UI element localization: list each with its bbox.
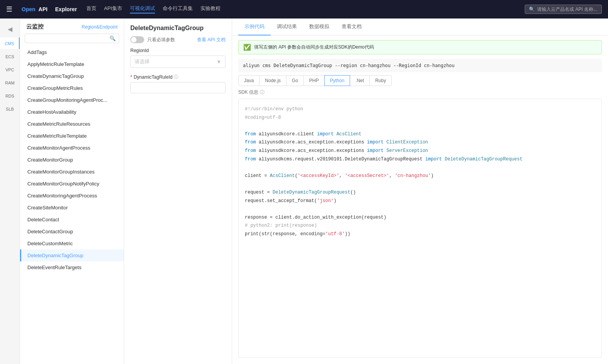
search-icon: 🔍	[529, 7, 535, 12]
code-line-3	[245, 122, 595, 130]
logo: OpenAPI Explorer	[22, 6, 77, 12]
sidebar-item-deletecontactgroup[interactable]: DeleteContactGroup	[20, 226, 124, 238]
tab-debug-result[interactable]: 调试结果	[271, 19, 303, 35]
sidebar-item-createhost[interactable]: CreateHostAvailability	[20, 106, 124, 118]
sidebar-item-addtags[interactable]: AddTags	[20, 46, 124, 58]
center-panel: DeleteDynamicTagGroup 只看必填参数 查看 API 文档 R…	[124, 19, 232, 364]
code-line-2: #coding=utf-8	[245, 114, 595, 122]
regionid-select[interactable]: 请选择 ▼	[130, 56, 226, 68]
logo-open: Open	[22, 6, 35, 12]
sidebar-item-createmonitorgroupnotify[interactable]: CreateMonitorGroupNotifyPolicy	[20, 178, 124, 190]
dynamictagruleid-label: * DynamicTagRuleId ⓘ	[130, 74, 226, 80]
toggle-row: 只看必填参数 查看 API 文档	[130, 36, 226, 43]
sidebar-icon-vpc[interactable]: VPC	[0, 64, 20, 75]
code-line-1: #!/usr/bin/env python	[245, 105, 595, 114]
sdk-info-row: SDK 信息 ⓘ	[232, 88, 608, 99]
sidebar-item-deletecustom[interactable]: DeleteCustomMetric	[20, 238, 124, 249]
sidebar-icon-strip: ◀ CMS ECS VPC RAM RDS SLB	[0, 19, 20, 364]
nav-search-box[interactable]: 🔍	[525, 5, 602, 14]
sidebar-header: 云监控 Region&Endpoint	[20, 19, 124, 34]
code-line-15: # python2: print(response)	[245, 222, 595, 230]
logo-api: API	[39, 6, 47, 12]
code-line-4: from aliyunsdkcore.client import AcsClie…	[245, 130, 595, 139]
ram-label: RAM	[5, 81, 14, 85]
main-layout: ◀ CMS ECS VPC RAM RDS SLB 云监控 Region&End…	[0, 19, 608, 364]
nav-visual-debug[interactable]: 可视化调试	[130, 5, 155, 13]
sidebar-item-createsite[interactable]: CreateSiteMonitor	[20, 202, 124, 214]
sidebar-icon-ram[interactable]: RAM	[0, 77, 20, 88]
regionid-label: RegionId	[130, 48, 226, 53]
field-dynamictagruleid: * DynamicTagRuleId ⓘ	[130, 74, 226, 93]
code-line-8	[245, 163, 595, 172]
lang-tab-go[interactable]: Go	[286, 75, 304, 86]
chevron-left-icon: ◀	[8, 25, 12, 33]
code-line-9: client = AcsClient('<accessKeyId>', '<ac…	[245, 172, 595, 180]
sidebar-item-createmonitorgroupinst[interactable]: CreateMonitorGroupInstances	[20, 166, 124, 178]
code-block: #!/usr/bin/env python #coding=utf-8 from…	[238, 99, 602, 358]
nav-home[interactable]: 首页	[86, 5, 96, 13]
regionid-placeholder: 请选择	[135, 58, 150, 65]
field-regionid: RegionId 请选择 ▼	[130, 48, 226, 68]
sidebar-item-creategroupmon[interactable]: CreateGroupMonitoringAgentProc...	[20, 94, 124, 106]
api-title: DeleteDynamicTagGroup	[130, 25, 226, 32]
sidebar-title: 云监控	[26, 23, 44, 30]
code-line-12: request.set_accept_format('json')	[245, 197, 595, 206]
sidebar-search-input[interactable]	[28, 36, 109, 41]
sidebar-search-box[interactable]: 🔍	[25, 34, 119, 43]
sidebar-list: AddTags ApplyMetricRuleTemplate CreateDy…	[20, 46, 124, 364]
sidebar-item-creategroup[interactable]: CreateGroupMetricRules	[20, 82, 124, 94]
command-text: aliyun cms DeleteDynamicTagGroup --regio…	[243, 63, 455, 68]
sidebar-item-applymetric[interactable]: ApplyMetricRuleTemplate	[20, 58, 124, 70]
sdk-info-label: SDK 信息	[238, 89, 258, 96]
sidebar-icon-cms[interactable]: CMS	[0, 37, 20, 49]
sidebar-icon-ecs[interactable]: ECS	[0, 51, 20, 62]
dynamictagruleid-input[interactable]	[130, 82, 226, 93]
sidebar-search-icon: 🔍	[109, 35, 116, 41]
sidebar-item-createmetrictemp[interactable]: CreateMetricRuleTemplate	[20, 130, 124, 142]
lang-tab-php[interactable]: PHP	[303, 75, 325, 86]
lang-tab-python[interactable]: Python	[324, 75, 350, 86]
notice-banner: ✅ 填写左侧的 API 参数会自动同步生成对应SDK的Demo代码	[238, 40, 602, 54]
sidebar-item-createmonitoringagent[interactable]: CreateMonitoringAgentProcess	[20, 190, 124, 202]
tab-view-docs[interactable]: 查看文档	[335, 19, 368, 35]
ecs-label: ECS	[5, 54, 14, 59]
code-line-13	[245, 205, 595, 214]
notice-text: 填写左侧的 API 参数会自动同步生成对应SDK的Demo代码	[254, 44, 374, 51]
sidebar-region-link[interactable]: Region&Endpoint	[82, 24, 118, 30]
lang-tab-nodejs[interactable]: Node.js	[259, 75, 286, 86]
command-line: aliyun cms DeleteDynamicTagGroup --regio…	[238, 59, 602, 72]
lang-tab-ruby[interactable]: Ruby	[369, 75, 392, 86]
sidebar-item-createdynamic[interactable]: CreateDynamicTagGroup	[20, 70, 124, 82]
code-line-5: from aliyunsdkcore.acs_exception.excepti…	[245, 138, 595, 147]
nav-links: 首页 API集市 可视化调试 命令行工具集 实验教程	[86, 5, 221, 13]
top-nav: ☰ OpenAPI Explorer 首页 API集市 可视化调试 命令行工具集…	[0, 0, 608, 19]
sidebar-item-createmonitorgroup[interactable]: CreateMonitorGroup	[20, 154, 124, 166]
sidebar-item-createmetricrule[interactable]: CreateMetricRuleResources	[20, 118, 124, 130]
nav-api-market[interactable]: API集市	[104, 5, 122, 13]
search-input[interactable]	[537, 7, 598, 12]
tab-example-code[interactable]: 示例代码	[238, 19, 271, 35]
sidebar-icon-rds[interactable]: RDS	[0, 90, 20, 101]
nav-tutorial[interactable]: 实验教程	[200, 5, 221, 13]
sidebar-item-deleteeventrule[interactable]: DeleteEventRuleTargets	[20, 261, 124, 273]
hamburger-icon[interactable]: ☰	[6, 5, 12, 13]
sidebar-item-createmonitoragent[interactable]: CreateMonitorAgentProcess	[20, 142, 124, 154]
tab-data-mock[interactable]: 数据模拟	[303, 19, 335, 35]
lang-tab-dotnet[interactable]: .Net	[350, 75, 370, 86]
required-marker: *	[130, 74, 132, 80]
logo-explorer: Explorer	[55, 6, 77, 12]
code-line-14: response = client.do_action_with_excepti…	[245, 214, 595, 222]
sidebar-item-deletecontact[interactable]: DeleteContact	[20, 214, 124, 226]
sdk-info-icon[interactable]: ⓘ	[260, 89, 264, 96]
required-toggle[interactable]	[130, 36, 144, 43]
info-icon[interactable]: ⓘ	[174, 74, 178, 80]
code-line-6: from aliyunsdkcore.acs_exception.excepti…	[245, 147, 595, 155]
sidebar-collapse-btn[interactable]: ◀	[0, 22, 20, 36]
lang-tab-java[interactable]: Java	[238, 75, 259, 86]
sidebar-item-deletedynamic[interactable]: DeleteDynamicTagGroup	[20, 249, 124, 261]
api-doc-link[interactable]: 查看 API 文档	[197, 37, 226, 43]
nav-cli[interactable]: 命令行工具集	[163, 5, 193, 13]
sidebar-icon-slb[interactable]: SLB	[0, 103, 20, 115]
code-line-11: request = DeleteDynamicTagGroupRequest()	[245, 189, 595, 197]
cms-label: CMS	[5, 41, 14, 46]
